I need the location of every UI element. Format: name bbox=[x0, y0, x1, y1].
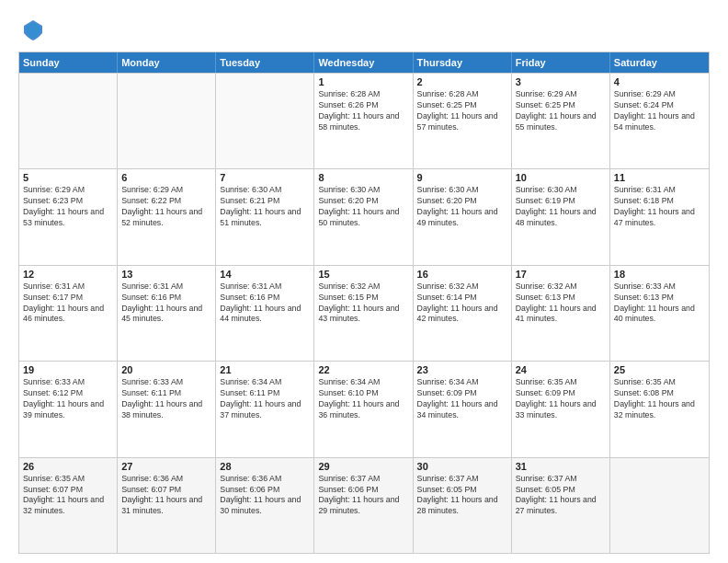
calendar-day-22: 22Sunrise: 6:34 AM Sunset: 6:10 PM Dayli… bbox=[314, 362, 413, 456]
calendar-empty-cell bbox=[19, 74, 118, 168]
cell-sun-info: Sunrise: 6:35 AM Sunset: 6:08 PM Dayligh… bbox=[614, 377, 705, 421]
cell-sun-info: Sunrise: 6:32 AM Sunset: 6:13 PM Dayligh… bbox=[516, 282, 606, 326]
calendar-week-2: 5Sunrise: 6:29 AM Sunset: 6:23 PM Daylig… bbox=[19, 168, 709, 264]
cell-date-number: 9 bbox=[417, 172, 507, 183]
calendar-day-3: 3Sunrise: 6:29 AM Sunset: 6:25 PM Daylig… bbox=[512, 74, 610, 168]
calendar-week-3: 12Sunrise: 6:31 AM Sunset: 6:17 PM Dayli… bbox=[19, 265, 709, 361]
calendar-day-25: 25Sunrise: 6:35 AM Sunset: 6:08 PM Dayli… bbox=[610, 362, 709, 456]
cell-sun-info: Sunrise: 6:36 AM Sunset: 6:06 PM Dayligh… bbox=[220, 474, 310, 518]
cell-sun-info: Sunrise: 6:33 AM Sunset: 6:12 PM Dayligh… bbox=[23, 377, 113, 421]
calendar-header-friday: Friday bbox=[512, 52, 610, 73]
cell-date-number: 16 bbox=[417, 269, 507, 280]
cell-sun-info: Sunrise: 6:30 AM Sunset: 6:20 PM Dayligh… bbox=[417, 185, 507, 229]
cell-date-number: 14 bbox=[220, 269, 310, 280]
calendar-day-24: 24Sunrise: 6:35 AM Sunset: 6:09 PM Dayli… bbox=[512, 362, 610, 456]
calendar-day-30: 30Sunrise: 6:37 AM Sunset: 6:05 PM Dayli… bbox=[414, 458, 512, 553]
cell-date-number: 4 bbox=[614, 76, 705, 87]
cell-sun-info: Sunrise: 6:29 AM Sunset: 6:23 PM Dayligh… bbox=[23, 185, 113, 229]
cell-date-number: 24 bbox=[516, 364, 606, 375]
cell-sun-info: Sunrise: 6:33 AM Sunset: 6:11 PM Dayligh… bbox=[121, 377, 211, 421]
cell-date-number: 25 bbox=[614, 364, 705, 375]
cell-date-number: 15 bbox=[318, 269, 408, 280]
calendar-day-31: 31Sunrise: 6:37 AM Sunset: 6:05 PM Dayli… bbox=[512, 458, 610, 553]
calendar-day-28: 28Sunrise: 6:36 AM Sunset: 6:06 PM Dayli… bbox=[216, 458, 314, 553]
cell-sun-info: Sunrise: 6:37 AM Sunset: 6:06 PM Dayligh… bbox=[318, 474, 408, 518]
cell-date-number: 20 bbox=[121, 364, 211, 375]
cell-date-number: 6 bbox=[121, 172, 211, 183]
calendar-day-6: 6Sunrise: 6:29 AM Sunset: 6:22 PM Daylig… bbox=[118, 169, 216, 264]
calendar-empty-cell bbox=[610, 458, 709, 553]
cell-sun-info: Sunrise: 6:35 AM Sunset: 6:07 PM Dayligh… bbox=[23, 474, 113, 518]
calendar-day-8: 8Sunrise: 6:30 AM Sunset: 6:20 PM Daylig… bbox=[314, 169, 413, 264]
calendar-header-thursday: Thursday bbox=[414, 52, 512, 73]
calendar-day-20: 20Sunrise: 6:33 AM Sunset: 6:11 PM Dayli… bbox=[118, 362, 216, 456]
calendar-header: SundayMondayTuesdayWednesdayThursdayFrid… bbox=[19, 52, 709, 73]
cell-sun-info: Sunrise: 6:30 AM Sunset: 6:19 PM Dayligh… bbox=[516, 185, 606, 229]
calendar-day-16: 16Sunrise: 6:32 AM Sunset: 6:14 PM Dayli… bbox=[414, 266, 512, 361]
calendar-day-7: 7Sunrise: 6:30 AM Sunset: 6:21 PM Daylig… bbox=[216, 169, 314, 264]
cell-date-number: 18 bbox=[614, 269, 705, 280]
calendar-header-sunday: Sunday bbox=[19, 52, 118, 73]
cell-sun-info: Sunrise: 6:31 AM Sunset: 6:17 PM Dayligh… bbox=[23, 282, 113, 326]
cell-date-number: 8 bbox=[318, 172, 408, 183]
calendar-day-17: 17Sunrise: 6:32 AM Sunset: 6:13 PM Dayli… bbox=[512, 266, 610, 361]
cell-sun-info: Sunrise: 6:35 AM Sunset: 6:09 PM Dayligh… bbox=[516, 377, 606, 421]
cell-date-number: 22 bbox=[318, 364, 408, 375]
cell-sun-info: Sunrise: 6:34 AM Sunset: 6:10 PM Dayligh… bbox=[318, 377, 408, 421]
cell-sun-info: Sunrise: 6:34 AM Sunset: 6:09 PM Dayligh… bbox=[417, 377, 507, 421]
calendar-day-18: 18Sunrise: 6:33 AM Sunset: 6:13 PM Dayli… bbox=[610, 266, 709, 361]
header bbox=[18, 17, 710, 42]
calendar-body: 1Sunrise: 6:28 AM Sunset: 6:26 PM Daylig… bbox=[19, 73, 709, 553]
calendar-empty-cell bbox=[216, 74, 314, 168]
calendar-empty-cell bbox=[118, 74, 216, 168]
cell-date-number: 5 bbox=[23, 172, 113, 183]
calendar-header-tuesday: Tuesday bbox=[216, 52, 314, 73]
calendar-week-1: 1Sunrise: 6:28 AM Sunset: 6:26 PM Daylig… bbox=[19, 73, 709, 168]
cell-date-number: 1 bbox=[318, 76, 408, 87]
cell-sun-info: Sunrise: 6:28 AM Sunset: 6:25 PM Dayligh… bbox=[417, 89, 507, 133]
calendar-day-15: 15Sunrise: 6:32 AM Sunset: 6:15 PM Dayli… bbox=[314, 266, 413, 361]
calendar-day-2: 2Sunrise: 6:28 AM Sunset: 6:25 PM Daylig… bbox=[414, 74, 512, 168]
cell-date-number: 30 bbox=[417, 461, 507, 472]
cell-date-number: 27 bbox=[121, 461, 211, 472]
cell-sun-info: Sunrise: 6:29 AM Sunset: 6:25 PM Dayligh… bbox=[516, 89, 606, 133]
cell-sun-info: Sunrise: 6:30 AM Sunset: 6:20 PM Dayligh… bbox=[318, 185, 408, 229]
cell-sun-info: Sunrise: 6:29 AM Sunset: 6:24 PM Dayligh… bbox=[614, 89, 705, 133]
cell-sun-info: Sunrise: 6:34 AM Sunset: 6:11 PM Dayligh… bbox=[220, 377, 310, 421]
calendar-day-1: 1Sunrise: 6:28 AM Sunset: 6:26 PM Daylig… bbox=[314, 74, 413, 168]
logo bbox=[18, 17, 46, 42]
cell-date-number: 13 bbox=[121, 269, 211, 280]
calendar-day-13: 13Sunrise: 6:31 AM Sunset: 6:16 PM Dayli… bbox=[118, 266, 216, 361]
calendar-day-29: 29Sunrise: 6:37 AM Sunset: 6:06 PM Dayli… bbox=[314, 458, 413, 553]
cell-date-number: 28 bbox=[220, 461, 310, 472]
logo-icon bbox=[20, 17, 46, 42]
calendar: SundayMondayTuesdayWednesdayThursdayFrid… bbox=[18, 52, 710, 554]
page: SundayMondayTuesdayWednesdayThursdayFrid… bbox=[0, 0, 728, 563]
cell-date-number: 7 bbox=[220, 172, 310, 183]
calendar-week-5: 26Sunrise: 6:35 AM Sunset: 6:07 PM Dayli… bbox=[19, 457, 709, 553]
cell-sun-info: Sunrise: 6:30 AM Sunset: 6:21 PM Dayligh… bbox=[220, 185, 310, 229]
cell-sun-info: Sunrise: 6:33 AM Sunset: 6:13 PM Dayligh… bbox=[614, 282, 705, 326]
calendar-day-21: 21Sunrise: 6:34 AM Sunset: 6:11 PM Dayli… bbox=[216, 362, 314, 456]
calendar-day-27: 27Sunrise: 6:36 AM Sunset: 6:07 PM Dayli… bbox=[118, 458, 216, 553]
cell-date-number: 2 bbox=[417, 76, 507, 87]
cell-sun-info: Sunrise: 6:32 AM Sunset: 6:14 PM Dayligh… bbox=[417, 282, 507, 326]
calendar-day-10: 10Sunrise: 6:30 AM Sunset: 6:19 PM Dayli… bbox=[512, 169, 610, 264]
cell-date-number: 10 bbox=[516, 172, 606, 183]
cell-date-number: 21 bbox=[220, 364, 310, 375]
cell-sun-info: Sunrise: 6:31 AM Sunset: 6:18 PM Dayligh… bbox=[614, 185, 705, 229]
calendar-header-wednesday: Wednesday bbox=[314, 52, 413, 73]
calendar-header-saturday: Saturday bbox=[610, 52, 709, 73]
calendar-day-5: 5Sunrise: 6:29 AM Sunset: 6:23 PM Daylig… bbox=[19, 169, 118, 264]
cell-date-number: 31 bbox=[516, 461, 606, 472]
cell-sun-info: Sunrise: 6:31 AM Sunset: 6:16 PM Dayligh… bbox=[220, 282, 310, 326]
cell-sun-info: Sunrise: 6:37 AM Sunset: 6:05 PM Dayligh… bbox=[516, 474, 606, 518]
cell-date-number: 29 bbox=[318, 461, 408, 472]
calendar-day-9: 9Sunrise: 6:30 AM Sunset: 6:20 PM Daylig… bbox=[414, 169, 512, 264]
calendar-day-11: 11Sunrise: 6:31 AM Sunset: 6:18 PM Dayli… bbox=[610, 169, 709, 264]
cell-sun-info: Sunrise: 6:29 AM Sunset: 6:22 PM Dayligh… bbox=[121, 185, 211, 229]
cell-date-number: 19 bbox=[23, 364, 113, 375]
calendar-header-monday: Monday bbox=[118, 52, 216, 73]
cell-date-number: 23 bbox=[417, 364, 507, 375]
cell-date-number: 3 bbox=[516, 76, 606, 87]
